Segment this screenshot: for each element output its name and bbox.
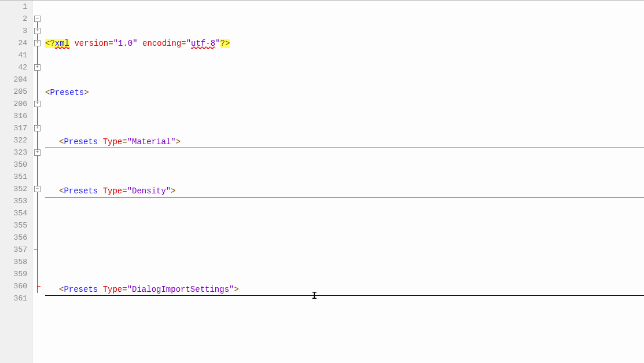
line-number: 206 <box>0 98 27 110</box>
code-line[interactable] <box>45 234 644 247</box>
fold-toggle-icon[interactable] <box>34 186 41 192</box>
line-number-gutter: 1 2 3 24 41 42 204 205 206 316 317 322 3… <box>0 1 32 363</box>
line-number: 317 <box>0 122 27 134</box>
line-number: 205 <box>0 86 27 98</box>
fold-expand-icon[interactable] <box>34 101 41 107</box>
line-number: 354 <box>0 207 27 219</box>
fold-toggle-icon[interactable] <box>34 16 41 22</box>
code-editor[interactable]: 1 2 3 24 41 42 204 205 206 316 317 322 3… <box>0 0 644 363</box>
line-number: 360 <box>0 280 27 292</box>
code-line[interactable] <box>45 333 644 345</box>
fold-expand-icon[interactable] <box>34 125 41 131</box>
code-line[interactable]: <Presets> <box>45 87 644 99</box>
line-number: 41 <box>0 49 27 61</box>
code-line[interactable]: <Presets Type="Density"> <box>45 185 644 197</box>
line-number: 358 <box>0 256 27 268</box>
line-number: 1 <box>0 1 27 13</box>
line-number: 322 <box>0 134 27 146</box>
fold-expand-icon[interactable] <box>34 149 41 156</box>
line-number: 352 <box>0 183 27 195</box>
line-number: 353 <box>0 195 27 207</box>
line-number: 316 <box>0 110 27 122</box>
line-number: 350 <box>0 159 27 171</box>
line-number: 3 <box>0 25 27 37</box>
code-line[interactable]: <?xml version="1.0" encoding="utf-8"?> <box>45 38 644 50</box>
line-number: 351 <box>0 171 27 183</box>
line-number: 359 <box>0 268 27 280</box>
line-number: 355 <box>0 219 27 232</box>
line-number: 24 <box>0 37 27 49</box>
line-number: 323 <box>0 146 27 159</box>
fold-expand-icon[interactable] <box>34 28 41 34</box>
line-number: 2 <box>0 13 27 25</box>
line-number: 361 <box>0 292 27 305</box>
fold-column <box>32 1 43 363</box>
code-area[interactable]: <?xml version="1.0" encoding="utf-8"?> <… <box>43 1 644 363</box>
code-line[interactable]: <Presets Type="DialogImportSettings"> <box>45 284 644 296</box>
line-number: 42 <box>0 61 27 74</box>
line-number: 357 <box>0 244 27 256</box>
line-number: 204 <box>0 74 27 86</box>
code-line[interactable]: <Presets Type="Material"> <box>45 136 644 148</box>
fold-expand-icon[interactable] <box>34 40 41 46</box>
line-number: 356 <box>0 232 27 244</box>
fold-expand-icon[interactable] <box>34 64 41 71</box>
